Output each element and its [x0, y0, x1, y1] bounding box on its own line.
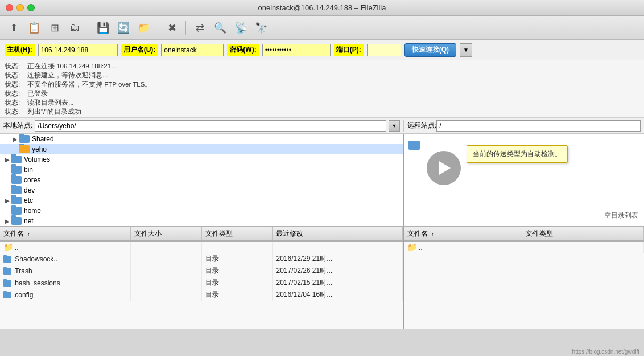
folder-icon-cores: [11, 176, 22, 184]
title-bar: oneinstack@106.14.249.188 – FileZilla: [0, 0, 644, 16]
file-type-cell: 目录: [201, 265, 273, 277]
host-label: 主机(H):: [5, 44, 35, 56]
toolbar-stop[interactable]: ✖: [163, 19, 181, 37]
col-header-filename-local[interactable]: 文件名 ↑: [0, 227, 130, 241]
connection-bar: 主机(H): 用户名(U): 密码(W): 端口(P): 快速连接(Q) ▼: [0, 40, 644, 60]
tree-item-home[interactable]: home: [0, 206, 403, 216]
file-modified-cell: 2017/02/15 21时...: [273, 277, 403, 289]
port-input[interactable]: [367, 44, 401, 56]
tree-name-volumes: Volumes: [24, 156, 50, 163]
close-button[interactable]: [6, 4, 13, 11]
tree-name-cores: cores: [24, 176, 40, 184]
file-size-cell: [130, 277, 201, 289]
file-name-cell: 📁..: [404, 241, 522, 253]
toolbar-back[interactable]: 💾: [94, 19, 112, 37]
toolbar-toggle-panel[interactable]: ⊞: [46, 19, 64, 37]
window-controls[interactable]: [6, 4, 35, 11]
remote-path-label: 远程站点:: [407, 121, 436, 130]
panels-row: ▶ Shared yeho ▶ Volumes bin: [0, 134, 644, 227]
tree-item-etc[interactable]: ▶ etc: [0, 195, 403, 206]
local-file-scroll[interactable]: 文件名 ↑ 文件大小 文件类型 最近修改 📁..: [0, 227, 403, 329]
tree-name-etc: etc: [24, 197, 33, 204]
toolbar-new-site[interactable]: ⬆: [5, 19, 23, 37]
host-input[interactable]: [38, 44, 118, 56]
col-header-modified-local[interactable]: 最近修改: [273, 227, 403, 241]
password-input[interactable]: [262, 44, 331, 56]
file-type-cell: [201, 241, 273, 253]
table-row[interactable]: 📁..: [0, 241, 403, 253]
toolbar-find[interactable]: 🔭: [252, 19, 270, 37]
tree-arrow-etc: ▶: [3, 198, 11, 204]
tree-arrow-volumes: ▶: [3, 157, 11, 163]
tree-item-bin[interactable]: bin: [0, 165, 403, 175]
remote-file-table: 文件名 ↑ 文件类型 📁..: [404, 227, 644, 253]
status-line-2: 状态: 连接建立，等待欢迎消息...: [5, 71, 639, 80]
maximize-button[interactable]: [27, 4, 35, 11]
tooltip-text: 当前的传送类型为自动检测。: [473, 150, 562, 158]
username-input[interactable]: [161, 44, 224, 56]
remote-path-bar: 远程站点:: [404, 120, 644, 132]
folder-icon-shadowsock: [3, 256, 11, 263]
file-name-cell: .Trash: [0, 265, 130, 277]
col-header-filename-remote[interactable]: 文件名 ↑: [404, 227, 522, 241]
connect-button[interactable]: 快速连接(Q): [404, 43, 456, 57]
username-label: 用户名(U):: [121, 44, 158, 56]
col-header-filetype-remote[interactable]: 文件类型: [522, 227, 644, 241]
local-path-input[interactable]: [35, 120, 386, 132]
file-modified-cell: 2017/02/26 21时...: [273, 265, 403, 277]
tree-item-net[interactable]: ▶ net: [0, 216, 403, 226]
connect-dropdown[interactable]: ▼: [460, 43, 472, 57]
tree-item-cores[interactable]: cores: [0, 175, 403, 185]
toolbar-refresh[interactable]: 🗂: [66, 19, 84, 37]
tree-item-yeho[interactable]: yeho: [0, 144, 403, 154]
toolbar-forward[interactable]: 🔄: [114, 19, 133, 37]
toolbar-site-manager[interactable]: 📋: [25, 19, 43, 37]
file-type-cell: [522, 241, 644, 253]
remote-file-scroll[interactable]: 文件名 ↑ 文件类型 📁..: [404, 227, 644, 329]
sort-arrow-filename: ↑: [27, 231, 30, 237]
watermark: https://blog.csdn.net/gwdlft: [572, 349, 639, 355]
folder-icon-yeho: [19, 145, 30, 153]
file-type-cell: 目录: [201, 253, 273, 265]
local-path-dropdown[interactable]: ▼: [389, 120, 400, 132]
local-path-label: 本地站点:: [3, 121, 32, 130]
table-row[interactable]: .Trash 目录 2017/02/26 21时...: [0, 265, 403, 277]
folder-icon-bin: [11, 166, 22, 174]
tree-item-volumes[interactable]: ▶ Volumes: [0, 154, 403, 165]
toolbar: ⬆ 📋 ⊞ 🗂 💾 🔄 📁 ✖ ⇄ 🔍 📡 🔭: [0, 16, 644, 40]
toolbar-sync[interactable]: 📡: [232, 19, 250, 37]
file-size-cell: [130, 289, 201, 301]
status-line-5: 状态: 读取目录列表...: [5, 98, 639, 107]
local-file-table: 文件名 ↑ 文件大小 文件类型 最近修改 📁..: [0, 227, 403, 301]
password-label: 密码(W):: [227, 44, 258, 56]
status-area: 状态: 正在连接 106.14.249.188:21... 状态: 连接建立，等…: [0, 60, 644, 118]
file-icon-dotdot-remote: 📁: [407, 243, 417, 252]
folder-icon-trash: [3, 268, 11, 275]
table-row[interactable]: .config 目录 2016/12/04 16时...: [0, 289, 403, 301]
status-line-6: 状态: 列出"/"的目录成功: [5, 107, 639, 116]
local-tree[interactable]: ▶ Shared yeho ▶ Volumes bin: [0, 134, 403, 226]
toolbar-search[interactable]: 🔍: [211, 19, 229, 37]
file-type-cell: 目录: [201, 289, 273, 301]
minimize-button[interactable]: [16, 4, 24, 11]
toolbar-up[interactable]: 📁: [135, 19, 153, 37]
table-row[interactable]: .bash_sessions 目录 2017/02/15 21时...: [0, 277, 403, 289]
tree-item-shared[interactable]: ▶ Shared: [0, 134, 403, 144]
table-row[interactable]: .Shadowsock.. 目录 2016/12/29 21时...: [0, 253, 403, 265]
status-line-3: 状态: 不安全的服务器，不支持 FTP over TLS。: [5, 80, 639, 89]
tooltip-overlay: 当前的传送类型为自动检测。: [467, 145, 568, 163]
file-type-cell: 目录: [201, 277, 273, 289]
folder-icon-etc: [11, 197, 22, 204]
file-modified-cell: 2016/12/29 21时...: [273, 253, 403, 265]
col-header-filesize-local[interactable]: 文件大小: [130, 227, 201, 241]
play-button-overlay[interactable]: [427, 151, 461, 185]
path-bar-row: 本地站点: ▼ 远程站点:: [0, 118, 644, 134]
tree-item-dev[interactable]: dev: [0, 185, 403, 195]
col-header-filetype-local[interactable]: 文件类型: [201, 227, 273, 241]
remote-path-input[interactable]: [436, 120, 641, 132]
remote-panel: 当前的传送类型为自动检测。 空目录列表: [404, 134, 644, 226]
toolbar-reconnect[interactable]: ⇄: [191, 19, 209, 37]
tree-name-home: home: [24, 207, 41, 215]
tree-arrow-net: ▶: [3, 218, 11, 224]
table-row[interactable]: 📁..: [404, 241, 644, 253]
